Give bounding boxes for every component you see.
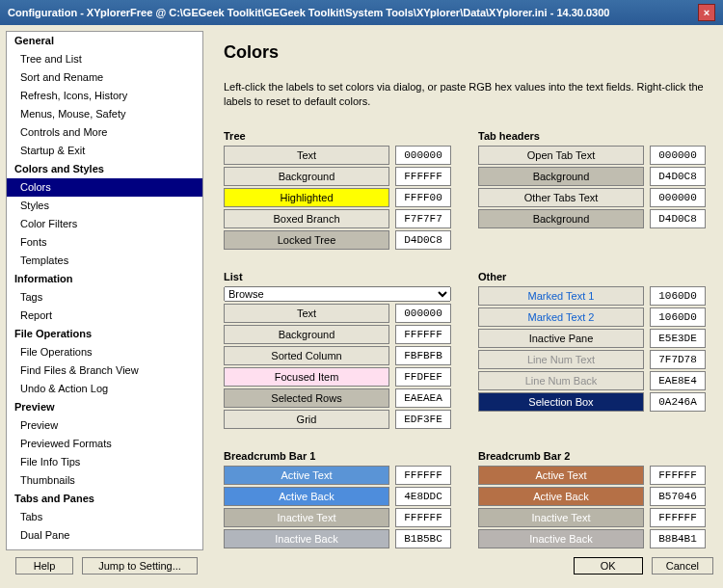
color-value-input[interactable] xyxy=(395,146,451,165)
color-label[interactable]: Text xyxy=(224,146,389,165)
color-label[interactable]: Background xyxy=(224,325,389,344)
color-value-input[interactable] xyxy=(650,508,706,527)
color-value-input[interactable] xyxy=(395,487,451,506)
nav-item[interactable]: Preview xyxy=(7,416,202,435)
color-value-input[interactable] xyxy=(395,410,451,429)
nav-item[interactable]: Styles xyxy=(7,197,202,215)
nav-item[interactable]: Color Filters xyxy=(7,215,202,233)
color-value-input[interactable] xyxy=(395,325,451,344)
color-label[interactable]: Marked Text 1 xyxy=(478,286,644,306)
page-description: Left-click the labels to set colors via … xyxy=(224,80,706,109)
nav-item[interactable]: Tabs xyxy=(7,508,202,526)
color-label[interactable]: Grid xyxy=(224,410,389,429)
nav-item[interactable]: Menus, Mouse, Safety xyxy=(7,105,202,123)
color-label[interactable]: Background xyxy=(224,167,389,186)
nav-item[interactable]: Refresh, Icons, History xyxy=(7,87,202,105)
nav-item[interactable]: Dual Pane xyxy=(7,526,202,545)
color-label[interactable]: Active Back xyxy=(478,487,644,506)
nav-section-head[interactable]: Other xyxy=(7,545,202,550)
color-label[interactable]: Open Tab Text xyxy=(478,146,644,165)
color-value-input[interactable] xyxy=(395,346,451,365)
color-value-input[interactable] xyxy=(650,188,706,207)
group-title-bc2: Breadcrumb Bar 2 xyxy=(478,450,706,462)
color-label[interactable]: Inactive Back xyxy=(478,529,644,548)
color-label[interactable]: Inactive Pane xyxy=(478,329,644,348)
color-label[interactable]: Locked Tree xyxy=(224,230,389,250)
color-label[interactable]: Active Text xyxy=(224,466,389,485)
color-value-input[interactable] xyxy=(650,350,706,369)
nav-item[interactable]: File Info Tips xyxy=(7,453,202,471)
color-label[interactable]: Inactive Back xyxy=(224,529,389,548)
page-title: Colors xyxy=(224,42,706,63)
nav-item[interactable]: Thumbnails xyxy=(7,471,202,490)
color-label[interactable]: Boxed Branch xyxy=(224,209,389,228)
color-value-input[interactable] xyxy=(395,466,451,485)
color-label[interactable]: Active Text xyxy=(478,466,644,485)
nav-item[interactable]: Fonts xyxy=(7,233,202,252)
color-value-input[interactable] xyxy=(395,508,451,527)
color-value-input[interactable] xyxy=(650,371,706,390)
color-label[interactable]: Line Num Back xyxy=(478,371,644,390)
nav-item[interactable]: Tree and List xyxy=(7,50,202,68)
nav-item[interactable]: Sort and Rename xyxy=(7,68,202,87)
nav-section-head[interactable]: General xyxy=(7,32,202,50)
nav-item[interactable]: Colors xyxy=(7,178,202,197)
group-title-list: List xyxy=(224,271,451,282)
help-button[interactable]: Help xyxy=(15,557,73,575)
color-label[interactable]: Line Num Text xyxy=(478,350,644,369)
nav-item[interactable]: File Operations xyxy=(7,343,202,361)
dialog-footer: Help Jump to Setting... OK Cancel xyxy=(0,553,723,580)
color-value-input[interactable] xyxy=(395,388,451,408)
nav-item[interactable]: Controls and More xyxy=(7,123,202,142)
color-label[interactable]: Other Tabs Text xyxy=(478,188,644,207)
color-value-input[interactable] xyxy=(395,230,451,250)
close-icon[interactable]: × xyxy=(698,4,715,21)
nav-section-head[interactable]: Tabs and Panes xyxy=(7,490,202,508)
color-value-input[interactable] xyxy=(395,167,451,186)
cancel-button[interactable]: Cancel xyxy=(652,557,713,575)
nav-item[interactable]: Undo & Action Log xyxy=(7,380,202,398)
color-value-input[interactable] xyxy=(650,146,706,165)
jump-to-setting-button[interactable]: Jump to Setting... xyxy=(82,557,198,575)
nav-item[interactable]: Find Files & Branch View xyxy=(7,361,202,380)
color-value-input[interactable] xyxy=(650,487,706,506)
color-value-input[interactable] xyxy=(650,167,706,186)
color-value-input[interactable] xyxy=(395,304,451,323)
color-label[interactable]: Highlighted xyxy=(224,188,389,207)
nav-item[interactable]: Report xyxy=(7,307,202,325)
color-value-input[interactable] xyxy=(395,367,451,387)
nav-section-head[interactable]: Colors and Styles xyxy=(7,160,202,178)
color-value-input[interactable] xyxy=(650,209,706,228)
color-value-input[interactable] xyxy=(650,466,706,485)
color-value-input[interactable] xyxy=(395,209,451,228)
color-value-input[interactable] xyxy=(650,307,706,327)
nav-item[interactable]: Templates xyxy=(7,252,202,270)
group-title-tabheaders: Tab headers xyxy=(478,130,706,142)
color-label[interactable]: Selected Rows xyxy=(224,388,389,408)
list-mode-select[interactable]: Browse xyxy=(224,286,451,302)
color-label[interactable]: Background xyxy=(478,167,644,186)
nav-item[interactable]: Tags xyxy=(7,288,202,307)
color-label[interactable]: Active Back xyxy=(224,487,389,506)
nav-section-head[interactable]: Information xyxy=(7,270,202,288)
nav-section-head[interactable]: Preview xyxy=(7,398,202,416)
nav-item[interactable]: Previewed Formats xyxy=(7,435,202,453)
color-label[interactable]: Focused Item xyxy=(224,367,389,387)
color-label[interactable]: Text xyxy=(224,304,389,323)
color-value-input[interactable] xyxy=(395,529,451,548)
color-value-input[interactable] xyxy=(650,286,706,306)
color-value-input[interactable] xyxy=(650,392,706,412)
group-title-bc1: Breadcrumb Bar 1 xyxy=(224,450,451,462)
color-label[interactable]: Selection Box xyxy=(478,392,644,412)
color-value-input[interactable] xyxy=(650,529,706,548)
color-label[interactable]: Sorted Column xyxy=(224,346,389,365)
nav-section-head[interactable]: File Operations xyxy=(7,325,202,343)
nav-item[interactable]: Startup & Exit xyxy=(7,142,202,160)
color-value-input[interactable] xyxy=(395,188,451,207)
color-label[interactable]: Background xyxy=(478,209,644,228)
color-label[interactable]: Inactive Text xyxy=(224,508,389,527)
color-label[interactable]: Inactive Text xyxy=(478,508,644,527)
color-label[interactable]: Marked Text 2 xyxy=(478,307,644,327)
color-value-input[interactable] xyxy=(650,329,706,348)
ok-button[interactable]: OK xyxy=(574,557,643,575)
